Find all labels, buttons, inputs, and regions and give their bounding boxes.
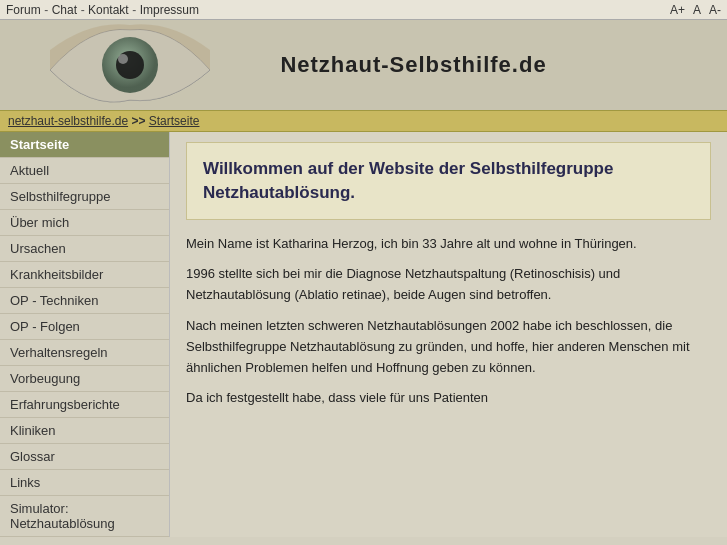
content-text: Mein Name ist Katharina Herzog, ich bin … [186,234,711,410]
content: Willkommen auf der Website der Selbsthil… [170,132,727,537]
content-paragraph-0: Mein Name ist Katharina Herzog, ich bin … [186,234,711,255]
site-title: Netzhaut-Selbsthilfe.de [280,52,546,78]
nav-kontakt[interactable]: Kontakt [88,3,129,17]
content-paragraph-2: Nach meinen letzten schweren Netzhautabl… [186,316,711,378]
eye-illustration [50,20,210,110]
content-paragraph-3: Da ich festgestellt habe, dass viele für… [186,388,711,409]
sidebar-item-4[interactable]: Ursachen [0,236,169,262]
sidebar-item-3[interactable]: Über mich [0,210,169,236]
top-bar: Forum - Chat - Kontakt - Impressum A+ A … [0,0,727,20]
sidebar-item-5[interactable]: Krankheitsbilder [0,262,169,288]
breadcrumb-current[interactable]: Startseite [149,114,200,128]
sidebar-item-1[interactable]: Aktuell [0,158,169,184]
nav-chat[interactable]: Chat [52,3,77,17]
font-increase[interactable]: A+ [670,3,685,17]
breadcrumb-separator: >> [131,114,148,128]
header: Netzhaut-Selbsthilfe.de [0,20,727,110]
font-decrease[interactable]: A- [709,3,721,17]
sidebar-item-14[interactable]: Simulator: Netzhautablösung [0,496,169,537]
breadcrumb-home[interactable]: netzhaut-selbsthilfe.de [8,114,128,128]
main-layout: StartseiteAktuellSelbsthilfegruppeÜber m… [0,132,727,537]
welcome-title: Willkommen auf der Website der Selbsthil… [203,157,694,205]
sidebar-item-7[interactable]: OP - Folgen [0,314,169,340]
sidebar-item-12[interactable]: Glossar [0,444,169,470]
sidebar-item-11[interactable]: Kliniken [0,418,169,444]
sidebar-item-10[interactable]: Erfahrungsberichte [0,392,169,418]
sidebar-item-0[interactable]: Startseite [0,132,169,158]
sidebar-item-9[interactable]: Vorbeugung [0,366,169,392]
font-controls: A+ A A- [670,3,721,17]
welcome-box: Willkommen auf der Website der Selbsthil… [186,142,711,220]
svg-point-2 [118,54,128,64]
sidebar-item-2[interactable]: Selbsthilfegruppe [0,184,169,210]
top-nav: Forum - Chat - Kontakt - Impressum [6,2,199,17]
sidebar-item-6[interactable]: OP - Techniken [0,288,169,314]
font-normal[interactable]: A [693,3,701,17]
nav-impressum[interactable]: Impressum [140,3,199,17]
nav-forum[interactable]: Forum [6,3,41,17]
breadcrumb-bar: netzhaut-selbsthilfe.de >> Startseite [0,110,727,132]
sidebar-item-8[interactable]: Verhaltensregeln [0,340,169,366]
sidebar: StartseiteAktuellSelbsthilfegruppeÜber m… [0,132,170,537]
content-paragraph-1: 1996 stellte sich bei mir die Diagnose N… [186,264,711,306]
sidebar-item-13[interactable]: Links [0,470,169,496]
